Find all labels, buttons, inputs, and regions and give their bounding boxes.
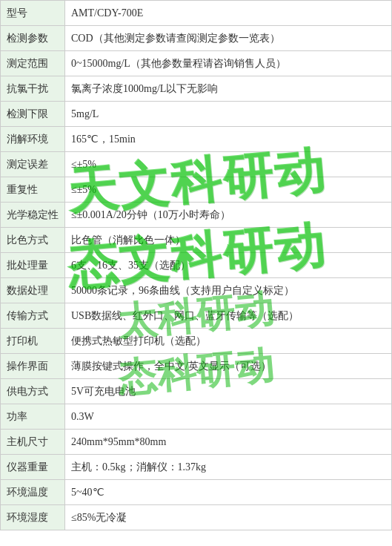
- row-label: 环境湿度: [1, 505, 65, 530]
- row-value: ≤±0.001A/20分钟（10万小时寿命）: [65, 203, 392, 228]
- row-value: 50000条记录，96条曲线（支持用户自定义标定）: [65, 278, 392, 303]
- table-row: 消解环境165℃，15min: [1, 127, 392, 152]
- row-label: 仪器重量: [1, 455, 65, 480]
- spec-table: 型号AMT/CDY-700E检测参数COD（其他测定参数请查阅测定参数一览表）测…: [0, 0, 392, 530]
- row-value: ≤±5%: [65, 177, 392, 203]
- row-value: ≤±5%: [65, 152, 392, 177]
- row-label: 打印机: [1, 329, 65, 354]
- row-value: 240mm*95mm*80mm: [65, 430, 392, 455]
- table-row: 环境温度5~40℃: [1, 480, 392, 505]
- row-label: 操作界面: [1, 354, 65, 379]
- row-label: 重复性: [1, 177, 65, 203]
- table-row: 测定误差≤±5%: [1, 152, 392, 177]
- row-label: 测定误差: [1, 152, 65, 177]
- row-value: 比色管（消解比色一体）: [65, 228, 392, 253]
- row-value: ≤85%无冷凝: [65, 505, 392, 530]
- table-row: 主机尺寸240mm*95mm*80mm: [1, 430, 392, 455]
- row-value: COD（其他测定参数请查阅测定参数一览表）: [65, 26, 392, 51]
- table-row: 操作界面薄膜按键式操作，全中文/英文显示（可选）: [1, 354, 392, 379]
- row-value: 薄膜按键式操作，全中文/英文显示（可选）: [65, 354, 392, 379]
- row-label: 检测下限: [1, 102, 65, 127]
- row-label: 比色方式: [1, 228, 65, 253]
- table-row: 传输方式USB数据线、红外口、网口、蓝牙传输等（选配）: [1, 303, 392, 329]
- table-row: 型号AMT/CDY-700E: [1, 1, 392, 26]
- table-row: 重复性≤±5%: [1, 177, 392, 203]
- table-row: 仪器重量主机：0.5kg；消解仪：1.37kg: [1, 455, 392, 480]
- row-value: 主机：0.5kg；消解仪：1.37kg: [65, 455, 392, 480]
- row-value: 氯离子浓度1000mg/L以下无影响: [65, 76, 392, 102]
- table-row: 批处理量6支、16支、35支（选配）: [1, 253, 392, 278]
- row-label: 消解环境: [1, 127, 65, 152]
- table-row: 检测参数COD（其他测定参数请查阅测定参数一览表）: [1, 26, 392, 51]
- row-label: 测定范围: [1, 51, 65, 76]
- table-row: 环境湿度≤85%无冷凝: [1, 505, 392, 530]
- row-value: 5mg/L: [65, 102, 392, 127]
- row-value: 0~15000mg/L（其他参数量程请咨询销售人员）: [65, 51, 392, 76]
- row-label: 传输方式: [1, 303, 65, 329]
- row-label: 主机尺寸: [1, 430, 65, 455]
- table-row: 光学稳定性≤±0.001A/20分钟（10万小时寿命）: [1, 203, 392, 228]
- row-label: 型号: [1, 1, 65, 26]
- row-value: AMT/CDY-700E: [65, 1, 392, 26]
- table-row: 检测下限5mg/L: [1, 102, 392, 127]
- row-label: 环境温度: [1, 480, 65, 505]
- row-label: 抗氯干扰: [1, 76, 65, 102]
- row-value: 0.3W: [65, 404, 392, 430]
- row-value: 165℃，15min: [65, 127, 392, 152]
- row-value: 6支、16支、35支（选配）: [65, 253, 392, 278]
- row-value: 5~40℃: [65, 480, 392, 505]
- row-label: 供电方式: [1, 379, 65, 404]
- table-row: 供电方式5V可充电电池: [1, 379, 392, 404]
- spec-table-container: 型号AMT/CDY-700E检测参数COD（其他测定参数请查阅测定参数一览表）测…: [0, 0, 392, 530]
- table-row: 比色方式比色管（消解比色一体）: [1, 228, 392, 253]
- table-row: 功率0.3W: [1, 404, 392, 430]
- row-label: 数据处理: [1, 278, 65, 303]
- table-row: 数据处理50000条记录，96条曲线（支持用户自定义标定）: [1, 278, 392, 303]
- row-label: 批处理量: [1, 253, 65, 278]
- row-value: 便携式热敏型打印机（选配）: [65, 329, 392, 354]
- row-value: 5V可充电电池: [65, 379, 392, 404]
- row-label: 光学稳定性: [1, 203, 65, 228]
- row-label: 功率: [1, 404, 65, 430]
- row-label: 检测参数: [1, 26, 65, 51]
- table-row: 抗氯干扰氯离子浓度1000mg/L以下无影响: [1, 76, 392, 102]
- row-value: USB数据线、红外口、网口、蓝牙传输等（选配）: [65, 303, 392, 329]
- table-row: 测定范围0~15000mg/L（其他参数量程请咨询销售人员）: [1, 51, 392, 76]
- table-row: 打印机便携式热敏型打印机（选配）: [1, 329, 392, 354]
